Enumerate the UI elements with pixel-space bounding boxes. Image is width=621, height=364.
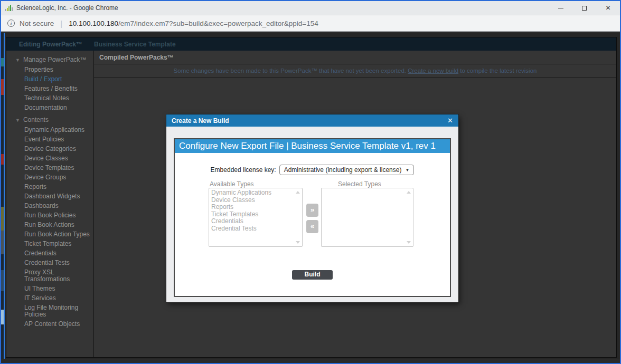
window-title: ScienceLogic, Inc. - Google Chrome (16, 4, 549, 12)
close-icon: ✕ (605, 4, 610, 12)
create-build-modal: Create a New Build ✕ Configure New Expor… (166, 114, 458, 302)
selected-types-items (322, 188, 413, 190)
chevron-down-icon: ▼ (15, 118, 20, 123)
close-button[interactable]: ✕ (596, 1, 620, 15)
sidebar-item-credential-tests[interactable]: Credential Tests (6, 258, 93, 268)
sidebar-item-device-templates[interactable]: Device Templates (6, 164, 93, 173)
available-types-list[interactable]: Dynamic ApplicationsDevice ClassesReport… (209, 188, 303, 247)
security-status[interactable]: Not secure (20, 20, 54, 27)
browser-titlebar: ScienceLogic, Inc. - Google Chrome ✕ (1, 1, 620, 15)
export-config-panel: Configure New Export File | Business Ser… (174, 138, 451, 297)
sidebar-item-log-file-monitoring-policies[interactable]: Log File Monitoring Policies (6, 303, 93, 320)
url-path[interactable]: /em7/index.em7?sub=build&exec=powerpack_… (118, 20, 318, 27)
url-separator: | (60, 19, 62, 28)
sidebar-section-contents[interactable]: ▼Contents (6, 113, 93, 126)
sidebar-item-reports[interactable]: Reports (6, 183, 93, 192)
license-row: Embedded license key: Administrative (in… (175, 165, 450, 175)
scroll-down-icon[interactable] (296, 241, 300, 244)
maximize-icon (582, 6, 587, 11)
minimize-button[interactable] (549, 1, 572, 15)
sidebar-item-device-classes[interactable]: Device Classes (6, 154, 93, 164)
available-types-label: Available Types (210, 180, 254, 188)
sidebar-item-documentation[interactable]: Documentation (6, 103, 93, 113)
build-button[interactable]: Build (292, 270, 333, 280)
chevron-down-icon: ▼ (15, 58, 20, 63)
sidebar-item-it-services[interactable]: IT Services (6, 294, 93, 303)
scroll-up-icon[interactable] (296, 191, 300, 194)
sidebar: ▼Manage PowerPack™PropertiesBuild / Expo… (6, 51, 94, 357)
sidebar-item-dynamic-applications[interactable]: Dynamic Applications (6, 126, 93, 135)
selected-types-list[interactable] (321, 188, 413, 247)
license-key-label: Embedded license key: (211, 166, 276, 174)
list-item-reports[interactable]: Reports (211, 204, 295, 211)
minimize-icon (558, 8, 563, 8)
license-key-value: Administrative (including export & licen… (284, 166, 402, 174)
sidebar-section-manage-powerpack[interactable]: ▼Manage PowerPack™ (6, 53, 93, 65)
sidebar-item-device-groups[interactable]: Device Groups (6, 173, 93, 183)
notice-text: Some changes have been made to this Powe… (174, 68, 408, 74)
sidebar-item-properties[interactable]: Properties (6, 65, 93, 75)
window-border-line (4, 33, 5, 359)
sidebar-item-technical-notes[interactable]: Technical Notes (6, 94, 93, 103)
create-new-build-link[interactable]: Create a new build (408, 68, 458, 74)
panel-content: Embedded license key: Administrative (in… (175, 153, 450, 296)
sidebar-item-build-export[interactable]: Build / Export (6, 75, 93, 84)
chevron-down-icon: ▼ (405, 168, 409, 173)
modal-title: Create a New Build (172, 117, 447, 124)
chrome-window: ScienceLogic, Inc. - Google Chrome ✕ i N… (0, 0, 621, 364)
scroll-up-icon[interactable] (407, 191, 411, 194)
compiled-powerpacks-header: Compiled PowerPacks™ (94, 51, 616, 64)
selected-types-label: Selected Types (338, 180, 381, 188)
list-item-credentials[interactable]: Credentials (211, 218, 295, 225)
sidebar-item-ui-themes[interactable]: UI Themes (6, 284, 93, 294)
panel-header: Configure New Export File | Business Ser… (175, 139, 450, 153)
url-host[interactable]: 10.100.100.180 (69, 20, 118, 27)
license-key-dropdown[interactable]: Administrative (including export & licen… (279, 165, 415, 175)
sidebar-item-ap-content-objects[interactable]: AP Content Objects (6, 320, 93, 329)
sidebar-section-label: Contents (23, 116, 49, 123)
sidebar-item-run-book-action-types[interactable]: Run Book Action Types (6, 230, 93, 240)
notice-text-tail: to compile the latest revision (458, 68, 537, 74)
page-subtitle: Business Service Template (94, 41, 176, 48)
info-icon[interactable]: i (7, 20, 15, 27)
sidebar-section-label: Manage PowerPack™ (23, 56, 86, 63)
sidebar-item-credentials[interactable]: Credentials (6, 249, 93, 258)
app-header: Editing PowerPack™ Business Service Temp… (6, 37, 616, 51)
page-area: Editing PowerPack™ Business Service Temp… (1, 33, 620, 359)
sidebar-item-features-benefits[interactable]: Features / Benefits (6, 84, 93, 94)
move-left-button[interactable]: « (306, 220, 318, 233)
export-notice: Some changes have been made to this Powe… (94, 64, 616, 78)
modal-body: Configure New Export File | Business Ser… (166, 127, 458, 302)
list-item-dynamic-applications[interactable]: Dynamic Applications (211, 189, 295, 197)
sidebar-item-dashboards[interactable]: Dashboards (6, 202, 93, 211)
sidebar-item-dashboard-widgets[interactable]: Dashboard Widgets (6, 192, 93, 202)
address-bar[interactable]: i Not secure | 10.100.100.180/em7/index.… (1, 15, 620, 32)
page-title: Editing PowerPack™ (19, 41, 82, 48)
list-item-ticket-templates[interactable]: Ticket Templates (211, 211, 295, 218)
list-item-device-classes[interactable]: Device Classes (211, 197, 295, 204)
sidebar-item-proxy-xsl-transformations[interactable]: Proxy XSL Transformations (6, 268, 93, 284)
sidebar-item-run-book-actions[interactable]: Run Book Actions (6, 221, 93, 230)
maximize-button[interactable] (572, 1, 596, 15)
sidebar-item-device-categories[interactable]: Device Categories (6, 145, 93, 154)
sidebar-item-event-policies[interactable]: Event Policies (6, 135, 93, 145)
sciencelogic-favicon-icon (5, 5, 13, 11)
move-right-button[interactable]: » (306, 204, 318, 217)
scroll-down-icon[interactable] (407, 241, 411, 244)
window-controls: ✕ (549, 1, 620, 15)
list-item-credential-tests[interactable]: Credential Tests (211, 225, 295, 233)
available-types-items: Dynamic ApplicationsDevice ClassesReport… (209, 188, 302, 233)
sidebar-item-run-book-policies[interactable]: Run Book Policies (6, 211, 93, 221)
sidebar-item-ticket-templates[interactable]: Ticket Templates (6, 240, 93, 249)
modal-titlebar: Create a New Build ✕ (166, 114, 458, 127)
modal-close-button[interactable]: ✕ (447, 117, 453, 124)
